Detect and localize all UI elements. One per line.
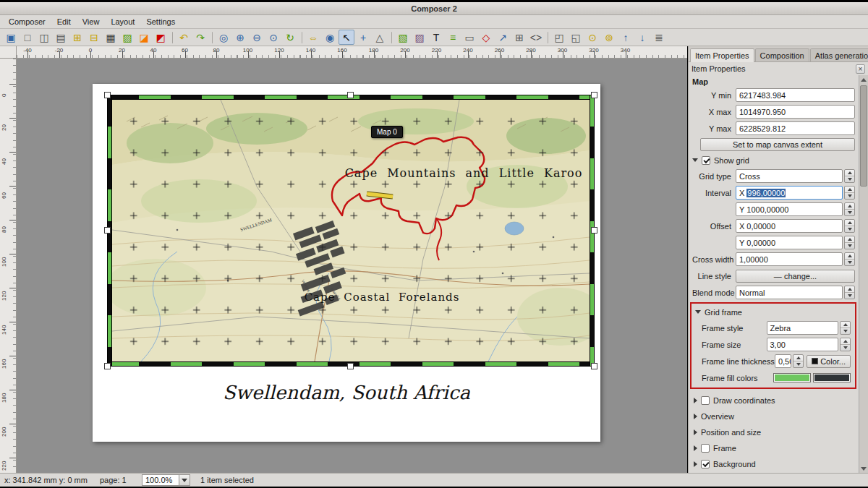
spinner-icon[interactable] (844, 202, 855, 216)
spinner-icon[interactable] (840, 338, 851, 351)
set-extent-button[interactable]: Set to map canvas extent (700, 138, 855, 151)
combo-arrows-icon[interactable] (840, 321, 851, 335)
zoom-combo[interactable]: 100.0% (142, 474, 190, 486)
combo-arrows-icon[interactable] (844, 286, 855, 299)
save-template-icon[interactable]: ⊟ (86, 30, 102, 45)
export-pdf-icon[interactable]: ◩ (153, 30, 169, 45)
add-html-icon[interactable]: <> (528, 30, 544, 45)
resize-handle[interactable] (104, 363, 111, 369)
new-composition-icon[interactable]: □ (20, 30, 35, 45)
unlock-items-icon[interactable]: ⊚ (601, 30, 617, 45)
group-items-icon[interactable]: ◰ (551, 30, 567, 45)
blend-mode-combo[interactable]: Normal (736, 286, 843, 299)
fill-color-2-swatch[interactable] (813, 373, 851, 382)
zoom-full-icon[interactable]: ◎ (216, 30, 231, 45)
spinner-icon[interactable] (844, 186, 855, 200)
fill-color-1-swatch[interactable] (773, 373, 811, 382)
pan-icon[interactable]: ⇔ (305, 30, 321, 45)
offset-y-field[interactable]: Y 0,00000 (736, 236, 843, 249)
composition-page[interactable]: SWELLENDAM Voortrek Main Rd Map 0 Cape M… (93, 84, 600, 442)
panel-tab[interactable]: Atlas generation (810, 48, 868, 61)
section-checkbox[interactable] (701, 460, 710, 468)
print-icon[interactable]: ▦ (103, 30, 119, 45)
composer-canvas[interactable]: SWELLENDAM Voortrek Main Rd Map 0 Cape M… (17, 59, 687, 473)
expand-arrow-icon[interactable] (694, 414, 697, 419)
save-project-icon[interactable]: ▣ (3, 30, 19, 45)
resize-handle[interactable] (104, 92, 111, 98)
refresh-view-icon[interactable]: ↻ (282, 30, 298, 45)
menu-item[interactable]: Edit (51, 15, 77, 29)
y-min-field[interactable]: 6217483.984 (736, 88, 855, 102)
collapse-arrow-icon[interactable] (692, 158, 698, 162)
interval-y-field[interactable]: Y 1000,00000 (736, 202, 843, 216)
menu-item[interactable]: View (77, 15, 106, 29)
spinner-icon[interactable] (844, 219, 855, 233)
frame-thickness-field[interactable]: 0,50 (775, 354, 791, 368)
window-titlebar[interactable]: Composer 2 (0, 2, 868, 15)
y-max-field[interactable]: 6228529.812 (736, 121, 855, 135)
offset-x-field[interactable]: X 0,00000 (736, 219, 843, 233)
interval-x-field[interactable]: X 996,00000 (736, 186, 843, 200)
combo-arrows-icon[interactable] (844, 169, 855, 183)
frame-style-combo[interactable]: Zebra (767, 321, 839, 335)
expand-arrow-icon[interactable] (694, 429, 697, 435)
add-label-icon[interactable]: T (428, 30, 444, 45)
section-position-and-size[interactable]: Position and size (689, 424, 859, 440)
collapse-arrow-icon[interactable] (695, 310, 701, 314)
section-background[interactable]: Background (689, 456, 859, 471)
lower-items-icon[interactable]: ↓ (634, 30, 650, 45)
frame-size-field[interactable]: 3,00 (767, 338, 839, 351)
section-overview[interactable]: Overview (689, 408, 859, 424)
align-items-icon[interactable]: ≣ (651, 30, 667, 45)
undo-icon[interactable]: ↶ (176, 30, 192, 45)
x-max-field[interactable]: 1014970.950 (736, 105, 855, 119)
grid-type-combo[interactable]: Cross (736, 169, 843, 183)
add-shape-icon[interactable]: ◇ (478, 30, 494, 45)
resize-handle[interactable] (591, 92, 597, 98)
map-item[interactable]: SWELLENDAM Voortrek Main Rd Map 0 Cape M… (107, 95, 595, 367)
page-caption[interactable]: Swellendam, South Africa (93, 382, 600, 403)
lock-items-icon[interactable]: ⊙ (584, 30, 600, 45)
composer-manager-icon[interactable]: ▤ (53, 30, 69, 45)
add-map-icon[interactable]: ▧ (395, 30, 411, 45)
select-move-item-icon[interactable]: ↖ (339, 30, 354, 45)
expand-arrow-icon[interactable] (694, 398, 697, 403)
separator[interactable] (302, 32, 302, 43)
zoom-dropdown-icon[interactable] (179, 474, 190, 486)
zoom-value[interactable]: 100.0% (142, 474, 179, 486)
redo-icon[interactable]: ↷ (192, 30, 208, 45)
resize-handle[interactable] (347, 92, 354, 98)
separator[interactable] (172, 32, 173, 43)
panel-scrollbar[interactable] (859, 75, 868, 473)
show-grid-checkbox[interactable] (702, 156, 710, 165)
add-scalebar-icon[interactable]: ▭ (461, 30, 477, 45)
panel-tab[interactable]: Item Properties (690, 48, 754, 62)
raise-items-icon[interactable]: ↑ (618, 30, 634, 45)
edit-nodes-icon[interactable]: △ (372, 30, 388, 45)
zoom-region-icon[interactable]: ◉ (322, 30, 338, 45)
menu-item[interactable]: Composer (3, 15, 51, 29)
separator[interactable] (548, 32, 548, 43)
export-image-icon[interactable]: ▨ (119, 30, 135, 45)
add-arrow-icon[interactable]: ↗ (495, 30, 511, 45)
section-draw-coordinates[interactable]: Draw coordinates (689, 393, 859, 408)
add-legend-icon[interactable]: ≡ (445, 30, 461, 45)
zoom-in-icon[interactable]: ⊕ (232, 30, 248, 45)
zoom-actual-icon[interactable]: ⊙ (265, 30, 281, 45)
resize-handle[interactable] (347, 363, 354, 369)
section-frame[interactable]: Frame (689, 440, 859, 455)
expand-arrow-icon[interactable] (694, 461, 697, 467)
spinner-icon[interactable] (844, 236, 855, 249)
expand-arrow-icon[interactable] (694, 445, 697, 451)
ungroup-items-icon[interactable]: ◱ (568, 30, 584, 45)
separator[interactable] (391, 32, 392, 43)
scrollbar-thumb[interactable] (860, 85, 867, 187)
duplicate-composition-icon[interactable]: ◫ (36, 30, 52, 45)
section-checkbox[interactable] (701, 444, 710, 453)
move-item-content-icon[interactable]: + (355, 30, 371, 45)
frame-color-button[interactable]: Color... (807, 355, 851, 368)
zoom-out-icon[interactable]: ⊖ (249, 30, 265, 45)
cross-width-field[interactable]: 1,00000 (736, 252, 843, 266)
panel-tab[interactable]: Composition (755, 48, 809, 61)
line-style-change-button[interactable]: — change... (736, 270, 855, 283)
